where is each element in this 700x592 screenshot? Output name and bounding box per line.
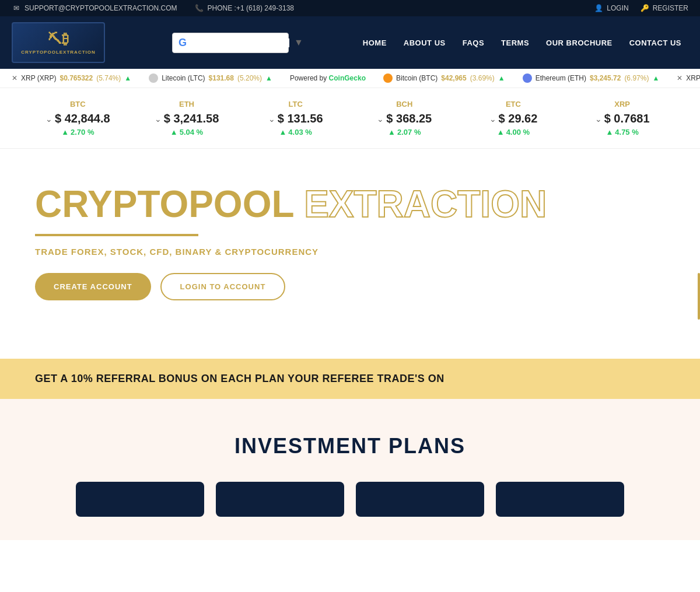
- support-email: ✉ SUPPORT@CRYPTOPOOLEXTRACTION.COM: [12, 3, 177, 13]
- nav-faqs[interactable]: FAQS: [456, 34, 491, 52]
- login-account-button[interactable]: LOGIN TO ACCOUNT: [160, 273, 286, 300]
- login-icon: 👤: [594, 4, 603, 12]
- plan-card-2[interactable]: [216, 482, 344, 517]
- hero-section: CRYPTOPOOL EXTRACTION TRADE FOREX, STOCK…: [0, 149, 700, 359]
- up-arrow-icon: ▲: [265, 74, 272, 82]
- plan-card-1[interactable]: [76, 482, 204, 517]
- referral-banner: GET A 10% REFERRAL BONUS ON EACH PLAN YO…: [0, 359, 700, 399]
- ticker-xrp-dup: ✕ XRP (XRP) $0.765322 (5.74%) ▲: [677, 74, 700, 82]
- login-link[interactable]: 👤 LOGIN: [594, 4, 628, 12]
- search-box[interactable]: G ▼: [172, 33, 289, 53]
- phone-icon: 📞: [195, 3, 204, 13]
- chevron-down-icon: ⌄: [595, 114, 602, 124]
- search-area: G ▼: [117, 33, 344, 53]
- logo-icon: ⛏₿: [48, 31, 69, 47]
- ticker-xrp: ✕ XRP (XRP) $0.765322 (5.74%) ▲: [12, 74, 131, 82]
- close-icon[interactable]: ✕: [12, 74, 18, 82]
- main-nav: ⛏₿ CRYPTOPOOLEXTRACTION G ▼ HOME ABOUT U…: [0, 16, 700, 69]
- phone-number: 📞 PHONE :+1 (618) 249-3138: [195, 3, 294, 13]
- price-eth: ETH ⌄ $ 3,241.58 ▲ 5.04 %: [149, 100, 225, 136]
- ticker-powered: Powered by CoinGecko: [290, 74, 366, 82]
- nav-links: HOME ABOUT US FAQS TERMS OUR BROCHURE CO…: [356, 34, 688, 52]
- price-btc: BTC ⌄ $ 42,844.8 ▲ 2.70 %: [40, 100, 116, 136]
- chevron-down-icon: ⌄: [489, 114, 496, 124]
- create-account-button[interactable]: CREATE ACCOUNT: [35, 273, 151, 300]
- ticker-inner: ✕ XRP (XRP) $0.765322 (5.74%) ▲ Litecoin…: [0, 73, 700, 83]
- close-icon-dup: ✕: [677, 74, 682, 82]
- nav-home[interactable]: HOME: [356, 34, 394, 52]
- plan-card-3[interactable]: [356, 482, 484, 517]
- ticker-btc: Bitcoin (BTC) $42,965 (3.69%) ▲: [383, 73, 505, 83]
- price-grid: BTC ⌄ $ 42,844.8 ▲ 2.70 % ETH ⌄ $ 3,241.…: [0, 88, 700, 149]
- ticker-bar: ✕ XRP (XRP) $0.765322 (5.74%) ▲ Litecoin…: [0, 69, 700, 88]
- hero-title: CRYPTOPOOL EXTRACTION: [35, 184, 665, 225]
- nav-about[interactable]: ABOUT US: [397, 34, 453, 52]
- up-arrow-icon: ▲: [124, 74, 131, 82]
- price-xrp: XRP ⌄ $ 0.7681 ▲ 4.75 %: [584, 100, 660, 136]
- nav-contact[interactable]: CONTACT US: [622, 34, 688, 52]
- up-arrow-icon: ▲: [279, 128, 286, 136]
- email-icon: ✉: [12, 3, 21, 13]
- up-arrow-icon: ▲: [170, 128, 178, 136]
- ltc-icon: [149, 73, 158, 83]
- nav-brochure[interactable]: OUR BROCHURE: [539, 34, 620, 52]
- logo-area: ⛏₿ CRYPTOPOOLEXTRACTION: [12, 22, 105, 63]
- up-arrow-icon: ▲: [652, 74, 659, 82]
- up-arrow-icon: ▲: [61, 128, 69, 136]
- ticker-eth: Ethereum (ETH) $3,245.72 (6.97%) ▲: [523, 73, 660, 83]
- referral-text: GET A 10% REFERRAL BONUS ON EACH PLAN YO…: [35, 373, 665, 385]
- ticker-ltc: Litecoin (LTC) $131.68 (5.20%) ▲: [149, 73, 272, 83]
- investment-title: INVESTMENT PLANS: [23, 434, 677, 458]
- investment-section: INVESTMENT PLANS: [0, 399, 700, 540]
- price-ltc: LTC ⌄ $ 131.56 ▲ 4.03 %: [258, 100, 334, 136]
- nav-terms[interactable]: TERMS: [494, 34, 536, 52]
- btc-icon: [383, 73, 393, 83]
- price-bch: BCH ⌄ $ 368.25 ▲ 2.07 %: [366, 100, 442, 136]
- hero-title-outline: EXTRACTION: [304, 183, 547, 225]
- plan-card-4[interactable]: [496, 482, 624, 517]
- chevron-down-icon: ⌄: [155, 114, 162, 124]
- scroll-indicator: [698, 273, 700, 320]
- hero-underline: [35, 234, 198, 236]
- hero-title-solid: CRYPTOPOOL: [35, 183, 293, 225]
- logo: ⛏₿ CRYPTOPOOLEXTRACTION: [12, 22, 105, 63]
- hero-buttons: CREATE ACCOUNT LOGIN TO ACCOUNT: [35, 273, 665, 300]
- chevron-down-icon: ⌄: [46, 114, 52, 124]
- top-bar: ✉ SUPPORT@CRYPTOPOOLEXTRACTION.COM 📞 PHO…: [0, 0, 700, 16]
- up-arrow-icon: ▲: [388, 128, 396, 136]
- up-arrow-icon: ▲: [606, 128, 613, 136]
- chevron-down-icon: ⌄: [268, 114, 275, 124]
- chevron-down-icon: ⌄: [377, 114, 384, 124]
- eth-icon: [523, 73, 532, 83]
- register-icon: 🔑: [640, 4, 649, 12]
- register-link[interactable]: 🔑 REGISTER: [640, 4, 688, 12]
- google-logo: G: [178, 37, 187, 49]
- logo-text: CRYPTOPOOLEXTRACTION: [21, 50, 96, 55]
- up-arrow-icon: ▲: [498, 74, 505, 82]
- search-input[interactable]: [191, 38, 289, 47]
- hero-subtitle: TRADE FOREX, STOCK, CFD, BINARY & CRYPTO…: [35, 247, 665, 257]
- price-etc: ETC ⌄ $ 29.62 ▲ 4.00 %: [475, 100, 551, 136]
- search-dropdown-icon[interactable]: ▼: [294, 37, 303, 48]
- up-arrow-icon: ▲: [497, 128, 505, 136]
- plans-grid: [23, 482, 677, 517]
